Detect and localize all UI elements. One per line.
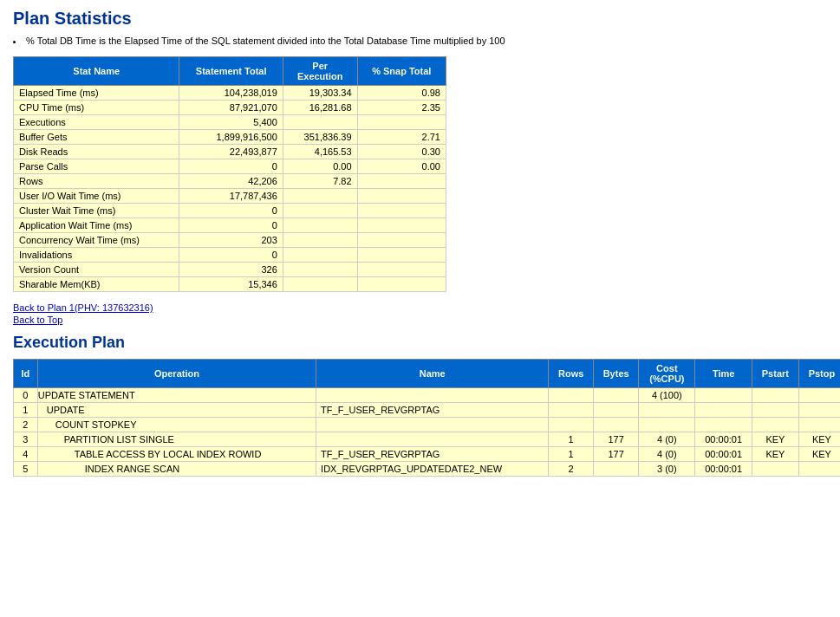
exec-col-rows: Rows (549, 360, 594, 388)
table-row: 1 UPDATE TF_F_USER_REVGRPTAG (14, 403, 841, 418)
stats-table: Stat Name Statement Total PerExecution %… (13, 56, 446, 292)
stat-per-exec (283, 277, 357, 292)
stat-snap-total (357, 263, 446, 277)
exec-bytes: 177 (593, 447, 638, 462)
exec-cost (639, 403, 695, 418)
exec-rows: 2 (549, 462, 594, 477)
exec-time (695, 418, 752, 432)
stat-stmt-total: 5,400 (179, 115, 283, 130)
exec-time: 00:00:01 (695, 462, 752, 477)
stat-per-exec (283, 218, 357, 233)
exec-id: 2 (14, 418, 38, 432)
stat-stmt-total: 42,206 (179, 174, 283, 189)
table-row: Concurrency Wait Time (ms) 203 (14, 233, 446, 248)
back-link-top[interactable]: Back to Top (13, 315, 827, 325)
exec-pstart: KEY (752, 432, 798, 447)
exec-rows (549, 418, 594, 432)
exec-operation: UPDATE (37, 403, 316, 418)
stat-per-exec (283, 204, 357, 218)
table-row: Elapsed Time (ms) 104,238,019 19,303.34 … (14, 86, 446, 101)
stat-stmt-total: 0 (179, 218, 283, 233)
exec-id: 0 (14, 388, 38, 403)
stat-stmt-total: 87,921,070 (179, 101, 283, 115)
exec-bytes (593, 388, 638, 403)
stat-name: Application Wait Time (ms) (14, 218, 179, 233)
exec-cost: 4 (0) (639, 447, 695, 462)
exec-time (695, 403, 752, 418)
stat-per-exec: 16,281.68 (283, 101, 357, 115)
table-row: Version Count 326 (14, 263, 446, 277)
stat-name: Executions (14, 115, 179, 130)
exec-rows (549, 403, 594, 418)
exec-cost: 4 (0) (639, 432, 695, 447)
stat-per-exec: 19,303.34 (283, 86, 357, 101)
exec-bytes (593, 462, 638, 477)
exec-pstop: KEY (798, 447, 840, 462)
stat-name: User I/O Wait Time (ms) (14, 189, 179, 204)
exec-time: 00:00:01 (695, 432, 752, 447)
stat-snap-total (357, 233, 446, 248)
exec-pstart (752, 418, 798, 432)
col-header-stat-name: Stat Name (14, 57, 179, 86)
stat-name: Rows (14, 174, 179, 189)
stat-stmt-total: 0 (179, 204, 283, 218)
stat-per-exec: 7.82 (283, 174, 357, 189)
table-row: 2 COUNT STOPKEY (14, 418, 841, 432)
exec-col-bytes: Bytes (593, 360, 638, 388)
stat-stmt-total: 15,346 (179, 277, 283, 292)
table-row: Cluster Wait Time (ms) 0 (14, 204, 446, 218)
exec-name: IDX_REVGRPTAG_UPDATEDATE2_NEW (316, 462, 549, 477)
stat-stmt-total: 104,238,019 (179, 86, 283, 101)
stat-stmt-total: 0 (179, 248, 283, 263)
table-row: Invalidations 0 (14, 248, 446, 263)
stat-snap-total: 0.30 (357, 145, 446, 159)
stat-stmt-total: 22,493,877 (179, 145, 283, 159)
stat-name: Disk Reads (14, 145, 179, 159)
stat-snap-total: 0.00 (357, 159, 446, 174)
table-row: Sharable Mem(KB) 15,346 (14, 277, 446, 292)
stat-per-exec (283, 263, 357, 277)
exec-id: 4 (14, 447, 38, 462)
stat-snap-total (357, 115, 446, 130)
stat-name: CPU Time (ms) (14, 101, 179, 115)
exec-col-pstart: Pstart (752, 360, 798, 388)
exec-pstop (798, 403, 840, 418)
table-row: Executions 5,400 (14, 115, 446, 130)
note-item: % Total DB Time is the Elapsed Time of t… (13, 36, 827, 46)
stat-snap-total: 2.35 (357, 101, 446, 115)
stat-name: Buffer Gets (14, 130, 179, 145)
col-header-stmt-total: Statement Total (179, 57, 283, 86)
table-row: Parse Calls 0 0.00 0.00 (14, 159, 446, 174)
back-link-plan[interactable]: Back to Plan 1(PHV: 137632316) (13, 302, 827, 313)
stat-per-exec: 351,836.39 (283, 130, 357, 145)
stat-per-exec (283, 248, 357, 263)
stat-snap-total (357, 189, 446, 204)
exec-bytes (593, 403, 638, 418)
stat-name: Elapsed Time (ms) (14, 86, 179, 101)
stat-name: Sharable Mem(KB) (14, 277, 179, 292)
table-row: Application Wait Time (ms) 0 (14, 218, 446, 233)
exec-operation: TABLE ACCESS BY LOCAL INDEX ROWID (37, 447, 316, 462)
exec-pstop (798, 388, 840, 403)
page-title: Plan Statistics (13, 9, 827, 29)
stat-stmt-total: 17,787,436 (179, 189, 283, 204)
stat-per-exec: 0.00 (283, 159, 357, 174)
stat-snap-total: 2.71 (357, 130, 446, 145)
exec-pstop: KEY (798, 432, 840, 447)
exec-operation: INDEX RANGE SCAN (37, 462, 316, 477)
stat-stmt-total: 203 (179, 233, 283, 248)
stat-snap-total (357, 218, 446, 233)
exec-col-operation: Operation (37, 360, 316, 388)
exec-id: 5 (14, 462, 38, 477)
exec-name (316, 418, 549, 432)
exec-pstop (798, 418, 840, 432)
col-header-per-exec: PerExecution (283, 57, 357, 86)
exec-id: 3 (14, 432, 38, 447)
col-header-snap-total: % Snap Total (357, 57, 446, 86)
stat-name: Cluster Wait Time (ms) (14, 204, 179, 218)
exec-bytes (593, 418, 638, 432)
stat-snap-total: 0.98 (357, 86, 446, 101)
exec-pstart (752, 462, 798, 477)
exec-name (316, 432, 549, 447)
exec-cost: 4 (100) (639, 388, 695, 403)
